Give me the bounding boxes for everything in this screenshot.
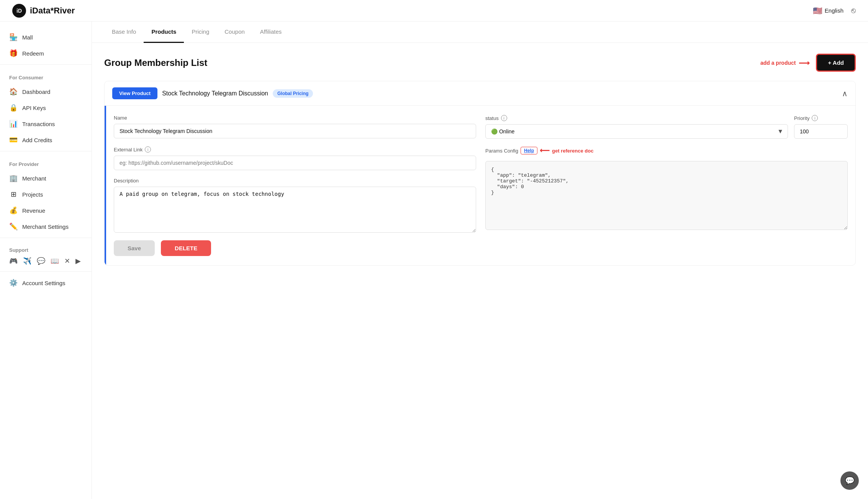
support-label: Support bbox=[9, 247, 82, 253]
name-input[interactable] bbox=[114, 124, 476, 138]
name-label: Name bbox=[114, 115, 476, 121]
language-selector[interactable]: 🇺🇸 English bbox=[813, 6, 843, 15]
sidebar-item-mall[interactable]: 🏪 Mall bbox=[0, 29, 92, 45]
params-config-field-group: Params Config Help ⟵ get reference doc {… bbox=[485, 146, 848, 233]
youtube-icon[interactable]: ▶ bbox=[75, 257, 81, 265]
tab-coupon[interactable]: Coupon bbox=[217, 21, 252, 43]
divider bbox=[0, 151, 92, 151]
add-product-button[interactable]: + Add bbox=[816, 54, 856, 72]
get-ref-doc-hint: ⟵ get reference doc bbox=[540, 146, 593, 155]
description-textarea[interactable]: A paid group on telegram, focus on stock… bbox=[114, 187, 476, 233]
discord-icon[interactable]: 🎮 bbox=[9, 257, 18, 265]
for-provider-label: For Provider bbox=[0, 154, 92, 170]
sidebar-item-transactions[interactable]: 📊 Transactions bbox=[0, 116, 92, 132]
forum-icon[interactable]: 💬 bbox=[37, 257, 45, 265]
priority-label: Priority i bbox=[794, 115, 848, 121]
sidebar-item-merchant[interactable]: 🏢 Merchant bbox=[0, 170, 92, 186]
add-credits-icon: 💳 bbox=[9, 136, 18, 144]
tab-products[interactable]: Products bbox=[144, 21, 184, 43]
twitter-x-icon[interactable]: ✕ bbox=[64, 257, 70, 265]
status-info-icon[interactable]: i bbox=[501, 115, 507, 121]
help-link[interactable]: Help bbox=[521, 147, 537, 154]
status-label: status i bbox=[485, 115, 788, 121]
tab-base-info[interactable]: Base Info bbox=[104, 21, 144, 43]
external-link-input[interactable] bbox=[114, 156, 476, 170]
account-settings-icon: ⚙️ bbox=[9, 279, 18, 287]
sidebar: 🏪 Mall 🎁 Redeem For Consumer 🏠 Dashboard… bbox=[0, 21, 92, 499]
view-product-button[interactable]: View Product bbox=[112, 87, 157, 99]
sidebar-item-revenue[interactable]: 💰 Revenue bbox=[0, 202, 92, 218]
add-product-hint: add a product ⟶ bbox=[760, 58, 810, 67]
revenue-icon: 💰 bbox=[9, 206, 18, 215]
support-icons: 🎮 ✈️ 💬 📖 ✕ ▶ bbox=[9, 257, 82, 265]
name-field-group: Name bbox=[114, 115, 476, 139]
sidebar-item-dashboard[interactable]: 🏠 Dashboard bbox=[0, 84, 92, 100]
sidebar-item-label: Transactions bbox=[22, 121, 55, 127]
external-link-field-group: External Link i bbox=[114, 146, 476, 170]
chat-bubble[interactable]: 💬 bbox=[840, 471, 859, 490]
topbar: iD iData*River 🇺🇸 English ⎋ bbox=[0, 0, 868, 21]
product-card-header: View Product Stock Technology Telegram D… bbox=[105, 81, 855, 106]
flag-icon: 🇺🇸 bbox=[813, 6, 822, 15]
priority-field-group: Priority i bbox=[794, 115, 848, 139]
arrow-left-icon: ⟵ bbox=[540, 146, 550, 155]
content-area: Base Info Products Pricing Coupon Affili… bbox=[92, 21, 868, 499]
status-field-group: status i 🟢 Online 🔴 Offline ▼ bbox=[485, 115, 788, 139]
delete-button[interactable]: DELETE bbox=[161, 240, 211, 256]
sidebar-item-api-keys[interactable]: 🔒 API Keys bbox=[0, 100, 92, 116]
sidebar-item-label: Merchant bbox=[22, 175, 46, 182]
sidebar-item-label: Add Credits bbox=[22, 137, 52, 143]
sidebar-item-label: Revenue bbox=[22, 207, 45, 214]
tab-pricing[interactable]: Pricing bbox=[184, 21, 217, 43]
divider bbox=[0, 238, 92, 238]
params-config-textarea[interactable]: { "app": "telegram", "target": "-4525212… bbox=[485, 161, 848, 230]
logout-icon[interactable]: ⎋ bbox=[851, 6, 856, 15]
redeem-icon: 🎁 bbox=[9, 49, 18, 57]
logo-text: iData*River bbox=[30, 6, 75, 16]
sidebar-item-label: Dashboard bbox=[22, 89, 50, 95]
page-content: Group Membership List add a product ⟶ + … bbox=[92, 43, 868, 276]
sidebar-item-redeem[interactable]: 🎁 Redeem bbox=[0, 45, 92, 61]
merchant-icon: 🏢 bbox=[9, 174, 18, 182]
external-link-info-icon[interactable]: i bbox=[145, 146, 151, 153]
lang-label: English bbox=[825, 7, 843, 14]
page-header: Group Membership List add a product ⟶ + … bbox=[104, 54, 856, 72]
save-button[interactable]: Save bbox=[114, 240, 155, 256]
dashboard-icon: 🏠 bbox=[9, 87, 18, 96]
sidebar-item-label: Account Settings bbox=[22, 280, 66, 286]
collapse-button[interactable]: ∧ bbox=[842, 89, 848, 98]
priority-input[interactable] bbox=[794, 124, 848, 139]
support-section: Support 🎮 ✈️ 💬 📖 ✕ ▶ bbox=[0, 241, 92, 268]
params-label-row: Params Config Help ⟵ get reference doc bbox=[485, 146, 848, 155]
product-name: Stock Technology Telegram Discussion bbox=[162, 90, 268, 97]
form-actions: Save DELETE bbox=[114, 240, 848, 256]
status-select-wrapper: 🟢 Online 🔴 Offline ▼ bbox=[485, 124, 788, 139]
params-config-label: Params Config bbox=[485, 148, 518, 154]
topbar-right: 🇺🇸 English ⎋ bbox=[813, 6, 856, 15]
book-icon[interactable]: 📖 bbox=[51, 257, 59, 265]
telegram-icon[interactable]: ✈️ bbox=[23, 257, 31, 265]
product-card-header-left: View Product Stock Technology Telegram D… bbox=[112, 87, 313, 99]
priority-info-icon[interactable]: i bbox=[812, 115, 818, 121]
sidebar-item-label: Projects bbox=[22, 191, 43, 198]
sidebar-item-merchant-settings[interactable]: ✏️ Merchant Settings bbox=[0, 218, 92, 235]
divider bbox=[0, 64, 92, 65]
sidebar-item-label: Redeem bbox=[22, 50, 44, 57]
sidebar-item-label: Mall bbox=[22, 34, 33, 41]
description-field-group: Description A paid group on telegram, fo… bbox=[114, 178, 476, 233]
sidebar-item-label: API Keys bbox=[22, 105, 46, 111]
mall-icon: 🏪 bbox=[9, 33, 18, 41]
tab-affiliates[interactable]: Affiliates bbox=[252, 21, 289, 43]
sidebar-item-projects[interactable]: ⊞ Projects bbox=[0, 186, 92, 202]
for-consumer-label: For Consumer bbox=[0, 68, 92, 84]
tabs-bar: Base Info Products Pricing Coupon Affili… bbox=[92, 21, 868, 43]
merchant-settings-icon: ✏️ bbox=[9, 222, 18, 231]
transactions-icon: 📊 bbox=[9, 120, 18, 128]
sidebar-item-account-settings[interactable]: ⚙️ Account Settings bbox=[0, 275, 92, 291]
arrow-right-icon: ⟶ bbox=[799, 58, 810, 67]
header-right: add a product ⟶ + Add bbox=[760, 54, 856, 72]
sidebar-item-add-credits[interactable]: 💳 Add Credits bbox=[0, 132, 92, 148]
status-select[interactable]: 🟢 Online 🔴 Offline bbox=[485, 124, 788, 139]
api-keys-icon: 🔒 bbox=[9, 103, 18, 112]
add-product-hint-text: add a product bbox=[760, 60, 796, 66]
